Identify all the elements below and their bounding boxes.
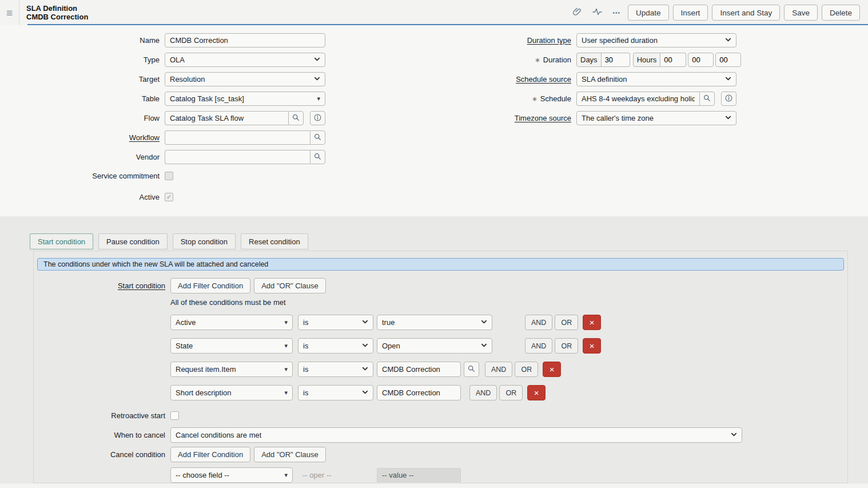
target-select[interactable]: Resolution: [165, 72, 325, 86]
condition-field-select[interactable]: Request item.Item▾: [170, 362, 293, 377]
close-icon: ×: [534, 388, 539, 398]
remove-condition-button[interactable]: ×: [583, 315, 601, 330]
add-filter-condition-button[interactable]: Add Filter Condition: [170, 447, 250, 462]
condition-field-select[interactable]: State▾: [170, 338, 293, 354]
duration-type-select[interactable]: User specified duration: [576, 33, 736, 47]
more-options-button[interactable]: •••: [610, 7, 624, 18]
dropdown-triangle-icon: ▾: [284, 319, 288, 326]
add-filter-condition-button[interactable]: Add Filter Condition: [170, 278, 250, 293]
schedule-source-label[interactable]: Schedule source: [412, 75, 571, 84]
schedule-info-button[interactable]: [721, 92, 736, 106]
name-label: Name: [0, 36, 160, 45]
flow-input[interactable]: [165, 111, 288, 125]
duration-days-input[interactable]: [602, 53, 630, 67]
vendor-input[interactable]: [165, 150, 310, 164]
schedule-lookup-button[interactable]: [699, 92, 715, 106]
insert-and-stay-button[interactable]: Insert and Stay: [712, 5, 780, 21]
save-button[interactable]: Save: [784, 5, 818, 21]
name-field-row: Name: [0, 33, 325, 47]
workflow-lookup-button[interactable]: [310, 130, 325, 145]
condition-row: Short description▾ is AND OR ×: [170, 385, 847, 400]
duration-widget: Days Hours: [576, 53, 736, 67]
condition-operator-select[interactable]: is: [298, 362, 373, 377]
choose-field-select[interactable]: -- choose field --▾: [170, 467, 293, 483]
and-button[interactable]: AND: [485, 362, 512, 377]
condition-operator-select[interactable]: is: [298, 385, 373, 400]
chevron-down-icon: [725, 114, 731, 122]
activity-stream-button[interactable]: [589, 5, 606, 20]
condition-value-input[interactable]: [377, 385, 461, 400]
remove-condition-button[interactable]: ×: [527, 385, 546, 400]
chevron-down-icon: [362, 342, 368, 350]
add-or-clause-button[interactable]: Add "OR" Clause: [254, 447, 326, 462]
condition-value-select[interactable]: true: [377, 315, 492, 330]
name-input[interactable]: [165, 33, 325, 47]
type-label: Type: [0, 55, 160, 64]
condition-field-select[interactable]: Short description▾: [170, 385, 293, 400]
duration-type-label[interactable]: Duration type: [412, 36, 571, 45]
duration-hours-input[interactable]: [660, 53, 686, 67]
condition-tabs: Start condition Pause condition Stop con…: [30, 233, 868, 249]
duration-seconds-input[interactable]: [715, 53, 741, 67]
flow-label: Flow: [0, 114, 160, 122]
form-context-menu-button[interactable]: ≡: [0, 0, 19, 25]
active-row: Active ✓: [0, 193, 325, 201]
chevron-down-icon: [481, 318, 487, 327]
retroactive-start-row: Retroactive start: [34, 411, 847, 420]
tab-start-condition[interactable]: Start condition: [30, 233, 93, 249]
info-message: The conditions under which the new SLA w…: [37, 258, 844, 271]
condition-value-lookup-button[interactable]: [464, 362, 479, 377]
search-icon: [292, 114, 300, 123]
tab-pause-condition[interactable]: Pause condition: [98, 233, 168, 249]
delete-button[interactable]: Delete: [822, 5, 860, 21]
tab-stop-condition[interactable]: Stop condition: [173, 233, 236, 249]
retroactive-start-checkbox[interactable]: [170, 411, 179, 420]
and-button[interactable]: AND: [469, 385, 497, 400]
duration-type-row: Duration type User specified duration: [412, 33, 736, 47]
when-to-cancel-select[interactable]: Cancel conditions are met: [170, 427, 742, 443]
schedule-input[interactable]: [576, 92, 699, 106]
timezone-source-label[interactable]: Timezone source: [412, 114, 571, 122]
condition-row: Active▾ is true AND OR ×: [170, 315, 847, 330]
or-button[interactable]: OR: [515, 362, 538, 377]
and-button[interactable]: AND: [525, 338, 552, 354]
service-commitment-row: Service commitment: [0, 172, 325, 180]
condition-value-input[interactable]: [377, 362, 461, 377]
record-type-title: SLA Definition: [26, 4, 88, 13]
start-condition-label[interactable]: Start condition: [34, 281, 165, 290]
tab-reset-condition[interactable]: Reset condition: [241, 233, 308, 249]
match-all-caption: All of these conditions must be met: [170, 298, 847, 307]
or-button[interactable]: OR: [499, 385, 523, 400]
update-button[interactable]: Update: [628, 5, 669, 21]
or-button[interactable]: OR: [555, 338, 578, 354]
timezone-source-select[interactable]: The caller's time zone: [576, 111, 736, 125]
operator-placeholder: -- oper --: [298, 471, 373, 479]
add-or-clause-button[interactable]: Add "OR" Clause: [254, 278, 326, 293]
duration-minutes-input[interactable]: [688, 53, 714, 67]
condition-operator-select[interactable]: is: [298, 338, 373, 354]
workflow-input[interactable]: [165, 130, 310, 145]
or-button[interactable]: OR: [555, 315, 578, 330]
remove-condition-button[interactable]: ×: [543, 362, 561, 377]
schedule-source-select[interactable]: SLA definition: [576, 72, 736, 86]
condition-value-select[interactable]: Open: [377, 338, 492, 354]
condition-operator-select[interactable]: is: [298, 315, 373, 330]
target-label: Target: [0, 75, 160, 84]
vendor-lookup-button[interactable]: [310, 150, 325, 164]
flow-info-button[interactable]: [310, 111, 325, 125]
attachment-button[interactable]: [569, 5, 585, 21]
info-icon: [314, 114, 321, 123]
condition-field-select[interactable]: Active▾: [170, 315, 293, 330]
checkmark-icon: ✓: [166, 193, 172, 201]
active-label: Active: [0, 193, 160, 201]
insert-button[interactable]: Insert: [673, 5, 708, 21]
table-select[interactable]: Catalog Task [sc_task]▾: [165, 92, 325, 106]
flow-lookup-button[interactable]: [288, 111, 304, 125]
type-select[interactable]: OLA: [165, 53, 325, 67]
active-checkbox[interactable]: ✓: [165, 193, 173, 201]
dropdown-triangle-icon: ▾: [284, 366, 288, 372]
and-button[interactable]: AND: [525, 315, 552, 330]
chevron-down-icon: [362, 388, 368, 397]
workflow-label[interactable]: Workflow: [0, 133, 160, 142]
remove-condition-button[interactable]: ×: [583, 338, 601, 354]
